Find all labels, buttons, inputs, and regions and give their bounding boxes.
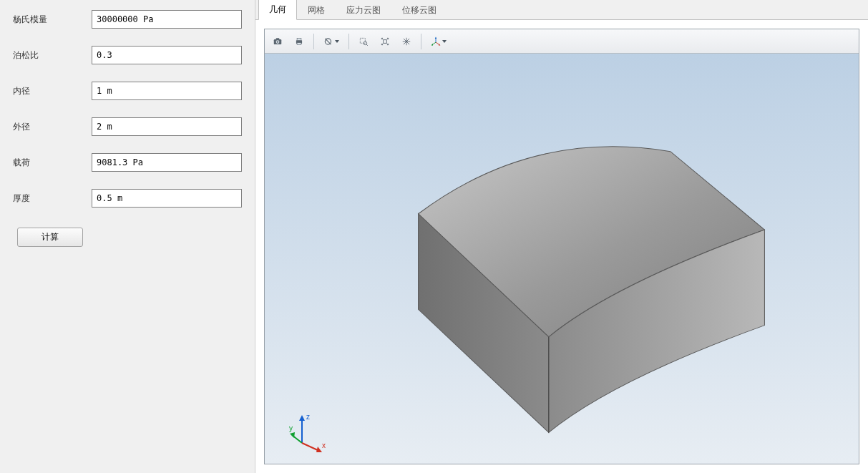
- viewport-frame: z y x: [264, 29, 859, 464]
- svg-line-29: [302, 443, 319, 451]
- svg-line-11: [366, 44, 368, 46]
- label-poisson-ratio: 泊松比: [13, 49, 92, 62]
- label-thickness: 厚度: [13, 192, 92, 205]
- input-thickness[interactable]: [92, 189, 242, 208]
- axis-label-x: x: [322, 442, 326, 449]
- input-youngs-modulus[interactable]: [92, 10, 242, 29]
- row-youngs-modulus: 杨氏模量: [13, 10, 242, 29]
- print-icon[interactable]: [289, 32, 309, 51]
- tab-stress[interactable]: 应力云图: [336, 0, 391, 20]
- zoom-window-icon[interactable]: [353, 32, 374, 51]
- zoom-extents-icon[interactable]: [375, 32, 395, 51]
- input-poisson-ratio[interactable]: [92, 46, 242, 64]
- row-thickness: 厚度: [13, 189, 242, 208]
- tab-content-geometry: z y x: [255, 20, 868, 473]
- toolbar-separator: [421, 34, 421, 49]
- viewport-3d[interactable]: z y x: [265, 54, 859, 464]
- label-inner-diameter: 内径: [13, 85, 92, 97]
- tab-mesh[interactable]: 网格: [297, 0, 336, 20]
- row-outer-diameter: 外径: [13, 117, 242, 136]
- results-panel: 几何 网格 应力云图 位移云图: [255, 0, 868, 473]
- toolbar-separator: [348, 34, 349, 49]
- input-inner-diameter[interactable]: [92, 82, 242, 100]
- svg-rect-9: [360, 38, 365, 43]
- toolbar-separator: [313, 34, 314, 49]
- reset-view-icon[interactable]: [318, 32, 344, 51]
- compute-button[interactable]: 计算: [17, 228, 83, 247]
- svg-rect-6: [297, 42, 301, 44]
- axis-label-z: z: [306, 413, 310, 421]
- svg-marker-23: [439, 43, 440, 45]
- svg-point-3: [277, 41, 278, 42]
- tab-displacement[interactable]: 位移云图: [391, 0, 447, 20]
- svg-marker-26: [299, 415, 305, 421]
- axis-label-y: y: [289, 424, 293, 432]
- svg-point-17: [406, 40, 407, 42]
- row-inner-diameter: 内径: [13, 82, 242, 100]
- svg-rect-5: [297, 38, 301, 40]
- tabs-bar: 几何 网格 应力云图 位移云图: [255, 0, 868, 20]
- row-load: 载荷: [13, 153, 242, 172]
- svg-marker-22: [431, 43, 433, 45]
- label-outer-diameter: 外径: [13, 121, 92, 133]
- svg-rect-1: [276, 38, 280, 39]
- camera-icon[interactable]: [268, 32, 288, 51]
- svg-rect-12: [384, 39, 387, 43]
- label-youngs-modulus: 杨氏模量: [13, 14, 92, 26]
- tab-geometry[interactable]: 几何: [258, 0, 297, 20]
- svg-marker-21: [435, 36, 437, 38]
- geometry-solid: [265, 54, 859, 464]
- label-load: 载荷: [13, 157, 92, 169]
- svg-marker-28: [290, 432, 295, 438]
- input-load[interactable]: [92, 153, 242, 172]
- row-poisson-ratio: 泊松比: [13, 46, 242, 64]
- parameters-panel: 杨氏模量 泊松比 内径 外径 载荷 厚度 计算: [0, 0, 255, 473]
- viewport-toolbar: [265, 29, 859, 54]
- axis-triad: z y x: [288, 411, 331, 454]
- input-outer-diameter[interactable]: [92, 117, 242, 136]
- zoom-selection-icon[interactable]: [396, 32, 416, 51]
- axis-orientation-icon[interactable]: [426, 32, 452, 51]
- svg-marker-30: [316, 447, 322, 452]
